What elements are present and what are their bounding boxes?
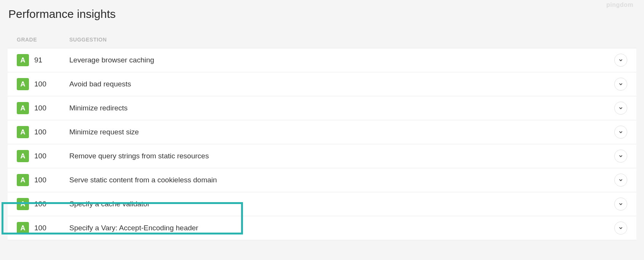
expand-button[interactable]: [614, 54, 627, 67]
expand-button[interactable]: [614, 174, 627, 187]
suggestion-text: Avoid bad requests: [69, 80, 614, 88]
insights-table: GRADE SUGGESTION A 91 Leverage browser c…: [8, 31, 636, 240]
grade-badge: A: [17, 150, 29, 162]
chevron-down-icon: [618, 153, 623, 159]
suggestion-text: Remove query strings from static resourc…: [69, 152, 614, 160]
insight-row[interactable]: A 100 Serve static content from a cookie…: [8, 168, 636, 192]
insight-row[interactable]: A 91 Leverage browser caching: [8, 48, 636, 72]
expand-button[interactable]: [614, 102, 627, 115]
grade-badge: A: [17, 222, 29, 234]
grade-score: 100: [34, 104, 46, 112]
table-header: GRADE SUGGESTION: [8, 31, 636, 48]
grade-badge: A: [17, 102, 29, 114]
suggestion-text: Minimize redirects: [69, 104, 614, 112]
grade-cell: A 91: [17, 54, 69, 66]
grade-badge: A: [17, 78, 29, 90]
grade-score: 100: [34, 152, 46, 160]
grade-cell: A 100: [17, 126, 69, 138]
insight-row[interactable]: A 100 Minimize redirects: [8, 96, 636, 120]
expand-button[interactable]: [614, 126, 627, 139]
grade-badge: A: [17, 198, 29, 210]
insight-row[interactable]: A 100 Specify a cache validator: [8, 192, 636, 216]
grade-badge: A: [17, 174, 29, 186]
insight-row[interactable]: A 100 Minimize request size: [8, 120, 636, 144]
chevron-down-icon: [618, 57, 623, 63]
grade-score: 100: [34, 200, 46, 208]
grade-cell: A 100: [17, 198, 69, 210]
grade-badge: A: [17, 126, 29, 138]
grade-score: 100: [34, 176, 46, 184]
insight-row[interactable]: A 100 Specify a Vary: Accept-Encoding he…: [8, 216, 636, 240]
suggestion-text: Specify a cache validator: [69, 200, 614, 208]
grade-score: 100: [34, 224, 46, 232]
grade-cell: A 100: [17, 150, 69, 162]
page-title: Performance insights: [8, 8, 636, 21]
expand-button[interactable]: [614, 222, 627, 234]
suggestion-text: Minimize request size: [69, 128, 614, 136]
chevron-down-icon: [618, 105, 623, 111]
grade-score: 100: [34, 128, 46, 136]
chevron-down-icon: [618, 129, 623, 135]
expand-button[interactable]: [614, 150, 627, 163]
suggestion-text: Specify a Vary: Accept-Encoding header: [69, 224, 614, 232]
grade-cell: A 100: [17, 222, 69, 234]
grade-cell: A 100: [17, 174, 69, 186]
chevron-down-icon: [618, 201, 623, 207]
grade-cell: A 100: [17, 78, 69, 90]
expand-button[interactable]: [614, 198, 627, 211]
brand-watermark: pingdom: [606, 2, 633, 8]
insight-row[interactable]: A 100 Remove query strings from static r…: [8, 144, 636, 168]
grade-cell: A 100: [17, 102, 69, 114]
insight-row[interactable]: A 100 Avoid bad requests: [8, 72, 636, 96]
chevron-down-icon: [618, 177, 623, 183]
grade-score: 91: [34, 56, 42, 64]
chevron-down-icon: [618, 225, 623, 231]
chevron-down-icon: [618, 81, 623, 87]
header-grade: GRADE: [17, 37, 69, 43]
expand-button[interactable]: [614, 78, 627, 91]
suggestion-text: Serve static content from a cookieless d…: [69, 176, 614, 184]
grade-score: 100: [34, 80, 46, 88]
grade-badge: A: [17, 54, 29, 66]
header-suggestion: SUGGESTION: [69, 37, 107, 43]
suggestion-text: Leverage browser caching: [69, 56, 614, 64]
